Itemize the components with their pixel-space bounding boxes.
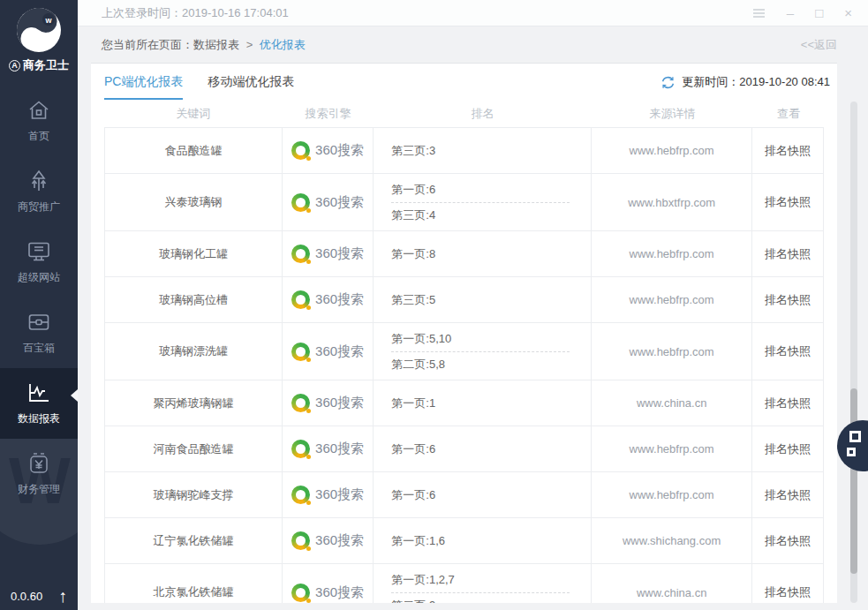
qr-squares-icon [847, 448, 856, 456]
sidebar-item-reports[interactable]: 数据报表 [0, 368, 78, 439]
keyword-cell: 兴泰玻璃钢 [105, 174, 283, 230]
360-search-icon [291, 193, 310, 212]
view-cell: 排名快照 [752, 472, 823, 517]
rank-snapshot-link[interactable]: 排名快照 [765, 194, 811, 210]
engine-label: 360搜索 [315, 142, 364, 159]
refresh-icon [660, 75, 676, 90]
rank-snapshot-link[interactable]: 排名快照 [765, 441, 811, 457]
engine-label: 360搜索 [315, 532, 364, 549]
keyword-cell: 北京氯化铁储罐 [105, 564, 283, 603]
rank-snapshot-link[interactable]: 排名快照 [765, 143, 811, 159]
sidebar-footer: 0.0.60 ↑ [0, 587, 78, 605]
source-cell: www.hebfrp.com [592, 128, 752, 173]
rank-value: 第一页:8 [391, 245, 580, 264]
minimize-button[interactable]: – [787, 6, 794, 19]
floating-widget-button[interactable] [837, 420, 868, 471]
view-cell: 排名快照 [752, 323, 823, 380]
rank-value: 第三页:4 [391, 206, 580, 225]
brand-badge-icon: A [9, 60, 20, 72]
rank-cell: 第一页:6 [374, 426, 592, 471]
engine-cell: 360搜索 [283, 128, 374, 173]
view-cell: 排名快照 [752, 231, 823, 276]
360-search-icon [291, 584, 310, 602]
rank-cell: 第一页:8 [374, 231, 592, 276]
rank-value: 第一页:5,10 [391, 329, 580, 349]
keyword-cell: 辽宁氯化铁储罐 [105, 518, 283, 563]
last-login-label: 上次登录时间：2019-10-16 17:04:01 [102, 5, 752, 21]
rank-value: 第一页:1 [391, 394, 580, 413]
engine-label: 360搜索 [315, 441, 364, 457]
sidebar-item-promotion[interactable]: 商贸推广 [0, 156, 78, 227]
360-search-icon [291, 141, 310, 160]
breadcrumb-separator: > [246, 38, 253, 51]
engine-cell: 360搜索 [283, 231, 374, 276]
sidebar-item-toolbox[interactable]: 百宝箱 [0, 297, 78, 368]
table-row: 玻璃钢高位槽 360搜索 第三页:5 www.hebfrp.com 排名快照 [105, 277, 823, 323]
view-cell: 排名快照 [752, 174, 823, 230]
rank-snapshot-link[interactable]: 排名快照 [765, 533, 811, 549]
header-view: 查看 [753, 106, 824, 122]
qr-squares-icon [849, 431, 861, 442]
keyword-cell: 聚丙烯玻璃钢罐 [105, 380, 283, 425]
view-cell: 排名快照 [752, 426, 823, 471]
rank-snapshot-link[interactable]: 排名快照 [765, 487, 811, 503]
360-search-icon [291, 531, 310, 550]
keyword-cell: 玻璃钢漂洗罐 [105, 323, 283, 380]
rank-value: 第一页:6 [391, 180, 580, 200]
main-panel: PC端优化报表 移动端优化报表 更新时间：2019-10-20 08:41 关键… [91, 63, 837, 603]
header-source: 来源详情 [592, 106, 753, 122]
panel-header: PC端优化报表 移动端优化报表 更新时间：2019-10-20 08:41 [91, 64, 837, 101]
rank-divider [391, 202, 570, 203]
tab-pc-report[interactable]: PC端优化报表 [104, 74, 183, 100]
360-search-icon [291, 486, 310, 504]
scrollbar-thumb[interactable] [850, 388, 857, 574]
table-row: 兴泰玻璃钢 360搜索 第一页:6第三页:4 www.hbxtfrp.com 排… [105, 174, 823, 231]
engine-label: 360搜索 [315, 291, 364, 308]
rank-snapshot-link[interactable]: 排名快照 [765, 292, 811, 308]
sidebar-item-home[interactable]: 首页 [0, 86, 78, 156]
refresh-control[interactable]: 更新时间：2019-10-20 08:41 [660, 74, 830, 90]
finance-icon [26, 451, 51, 476]
source-cell: www.hebfrp.com [592, 472, 752, 517]
keyword-cell: 玻璃钢化工罐 [105, 231, 283, 276]
engine-cell: 360搜索 [283, 426, 374, 471]
sidebar-item-finance[interactable]: 财务管理 [0, 439, 78, 509]
breadcrumb-prefix: 您当前所在页面： [102, 38, 193, 51]
breadcrumb-current[interactable]: 优化报表 [260, 38, 306, 51]
svg-text:w: w [44, 16, 52, 25]
source-cell: www.hebfrp.com [592, 323, 752, 380]
toolbox-icon [26, 310, 51, 335]
rank-snapshot-link[interactable]: 排名快照 [765, 343, 811, 359]
table-row: 聚丙烯玻璃钢罐 360搜索 第一页:1 www.china.cn 排名快照 [105, 380, 823, 426]
upgrade-arrow-icon[interactable]: ↑ [58, 587, 67, 605]
rank-snapshot-link[interactable]: 排名快照 [765, 246, 811, 262]
table-row: 玻璃钢化工罐 360搜索 第一页:8 www.hebfrp.com 排名快照 [105, 231, 823, 277]
version-label: 0.0.60 [11, 590, 42, 603]
maximize-button[interactable]: □ [815, 6, 823, 19]
close-button[interactable]: × [844, 6, 852, 19]
keyword-cell: 玻璃钢驼峰支撑 [105, 472, 283, 517]
rank-cell: 第一页:5,10第二页:5,8 [374, 323, 592, 380]
engine-cell: 360搜索 [283, 174, 374, 230]
engine-label: 360搜索 [315, 245, 364, 262]
rank-snapshot-link[interactable]: 排名快照 [765, 395, 811, 411]
source-cell: www.shichang.com [592, 518, 752, 563]
tab-mobile-report[interactable]: 移动端优化报表 [208, 74, 294, 100]
rank-cell: 第三页:3 [374, 128, 592, 173]
view-cell: 排名快照 [752, 128, 823, 173]
sidebar-menu: 首页 商贸推广 超级网站 百宝箱 数据报表 财务管理 [0, 86, 78, 509]
sidebar-item-website[interactable]: 超级网站 [0, 227, 78, 297]
table-row: 北京氯化铁储罐 360搜索 第一页:1,2,7第二页:9 www.china.c… [105, 564, 823, 603]
brand: w A 商务卫士 [0, 0, 78, 73]
menu-icon[interactable] [752, 8, 766, 19]
360-search-icon [291, 440, 310, 458]
keyword-cell: 食品酿造罐 [105, 128, 283, 173]
breadcrumb: 您当前所在页面：数据报表 > 优化报表 [102, 37, 801, 53]
brand-name: 商务卫士 [23, 57, 69, 73]
rank-snapshot-link[interactable]: 排名快照 [765, 584, 811, 600]
back-link[interactable]: <<返回 [801, 37, 837, 53]
rank-value: 第三页:3 [391, 141, 580, 161]
table-row: 辽宁氯化铁储罐 360搜索 第一页:1,6 www.shichang.com 排… [105, 518, 823, 564]
view-cell: 排名快照 [752, 518, 823, 563]
rank-value: 第二页:5,8 [391, 355, 580, 374]
